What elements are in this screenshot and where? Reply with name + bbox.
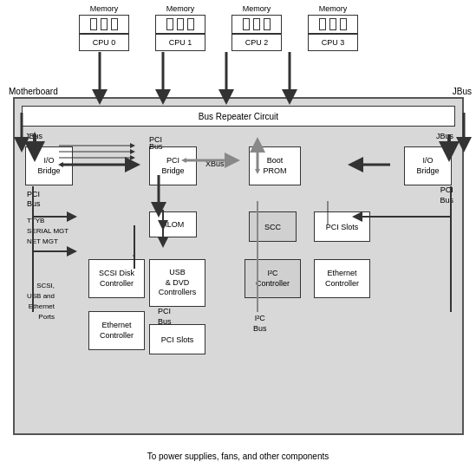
io-bridge-left: I/OBridge <box>25 146 73 185</box>
pci-bus-label-left: PCIBus <box>27 190 41 209</box>
cpu-box-2: CPU 2 <box>231 34 282 51</box>
memory-label-2: Memory <box>243 4 271 13</box>
memory-box-1 <box>155 15 205 34</box>
scsi-disk-controller: SCSI DiskController <box>88 259 145 298</box>
pci-slots-bottom: PCI Slots <box>149 324 205 354</box>
cpu-module-0: Memory CPU 0 <box>74 4 134 51</box>
jbus-label-top: JBus <box>453 87 472 96</box>
cpu-box-1: CPU 1 <box>155 34 205 51</box>
motherboard-label: Motherboard <box>9 87 58 96</box>
xbus-label: XBus <box>205 159 225 168</box>
pci-bridge: PCIBridge <box>149 146 197 185</box>
scsi-usb-ports-label: SCSI,USB andEthernetPorts <box>27 281 55 322</box>
jbus-right-label: JBus <box>436 132 453 140</box>
cpu-module-2: Memory CPU 2 <box>226 4 287 51</box>
i2c-controller: I²CController <box>245 259 301 298</box>
pci-bus-label-top2: Bus <box>149 142 163 151</box>
cpu-module-3: Memory CPU 3 <box>303 4 363 51</box>
memory-label-3: Memory <box>319 4 348 13</box>
pci-bus-bottom-label: PCIBus <box>158 307 172 327</box>
pci-slots-right: PCI Slots <box>314 211 370 242</box>
memory-box-2 <box>231 15 282 34</box>
ethernet-controller-left: EthernetController <box>88 311 145 350</box>
diagram: Memory CPU 0 Memory CPU 1 <box>0 0 476 468</box>
bottom-text: To power supplies, fans, and other compo… <box>0 452 476 461</box>
pci-bus-label-right: PCIBus <box>440 185 453 205</box>
memory-label-1: Memory <box>166 4 195 13</box>
i2c-bus-label: I²CBus <box>253 314 267 334</box>
usb-dvd-controllers: USB& DVDControllers <box>149 259 205 307</box>
ethernet-controller-right: EthernetController <box>314 259 370 298</box>
memory-label-0: Memory <box>90 4 119 13</box>
memory-box-3 <box>308 15 358 34</box>
main-board: Bus Repeater Circuit JBus JBus I/OBridge… <box>13 97 464 435</box>
cpu-box-3: CPU 3 <box>308 34 358 51</box>
ttyb-label: TTYBSERIAL MGTNET MGT <box>27 216 68 247</box>
cpu-module-1: Memory CPU 1 <box>150 4 211 51</box>
io-bridge-right: I/OBridge <box>404 146 452 185</box>
cpu-box-0: CPU 0 <box>79 34 129 51</box>
alom: ALOM <box>149 211 197 237</box>
boot-prom: BootPROM <box>249 146 301 185</box>
bus-repeater: Bus Repeater Circuit <box>22 106 455 127</box>
memory-box-0 <box>79 15 129 34</box>
jbus-left-label: JBus <box>25 132 42 140</box>
scc: SCC <box>249 211 297 242</box>
